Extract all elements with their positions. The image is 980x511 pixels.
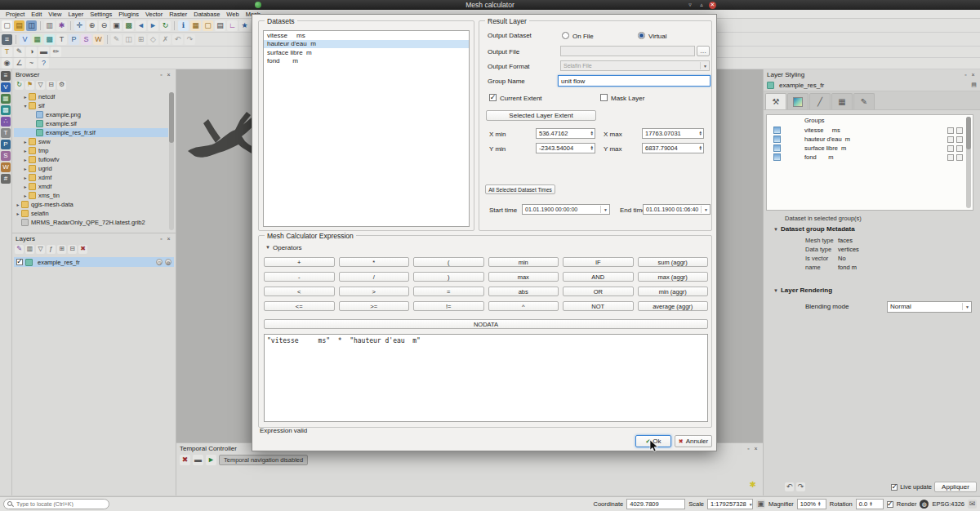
layer-labeling-icon[interactable]: ✎ [14,47,24,57]
operator-button[interactable]: sum (aggr) [638,257,709,267]
properties-icon[interactable]: ⚙ [57,81,66,90]
add-wms-layer-icon[interactable]: W [93,34,104,45]
xmin-spinbox[interactable]: 536.47162 ▲▼ [536,128,595,139]
vector-toggle-icon[interactable] [956,136,963,143]
filter-expression-icon[interactable]: ƒ [47,245,56,254]
label-toolbar-icon[interactable]: T [2,47,12,57]
annotation-icon[interactable]: ✏ [51,47,61,57]
snapping-icon[interactable]: ◉ [2,58,12,69]
datasource-manager-icon[interactable]: ≡ [2,34,12,45]
help-icon[interactable]: ? [38,58,49,69]
scalar-toggle-icon[interactable] [947,136,954,143]
toggle-editing-icon[interactable]: ✎ [111,34,122,45]
delete-selected-icon[interactable]: ✗ [160,34,171,45]
browser-item[interactable]: ▸qgis-mesh-data [14,200,168,209]
tree-expander-icon[interactable]: ▾ [22,103,29,109]
add-wms-icon[interactable]: W [1,162,11,172]
crs-globe-icon[interactable]: ◍ [920,500,929,509]
output-file-input[interactable] [560,46,695,56]
add-mesh-layer-icon[interactable]: ▩ [44,34,55,45]
render-checkbox[interactable] [887,501,893,508]
browser-item[interactable]: ▸sww [14,137,168,146]
operator-button[interactable]: average (aggr) [638,301,709,311]
close-panel-icon[interactable]: × [165,71,172,78]
coordinate-input[interactable]: 4029.7809 [626,499,685,509]
operator-button[interactable]: NOT [563,301,634,311]
zoom-in-icon[interactable]: ⊕ [87,20,97,31]
scrollbar-thumb[interactable] [169,92,174,143]
browser-item[interactable]: ▸netcdf [14,92,168,101]
on-file-radio[interactable] [562,32,569,39]
on-file-radio-label[interactable]: On File [572,33,594,40]
ymin-spinbox[interactable]: -2343.54004 ▲▼ [536,143,595,153]
operator-button[interactable]: <= [264,301,335,311]
operator-button[interactable]: min [488,257,559,267]
add-vector-layer-icon[interactable]: V [20,34,30,45]
collapse-all-icon[interactable]: ⊟ [47,81,56,90]
close-panel-icon[interactable]: × [165,235,172,242]
expand-widget-icon[interactable]: ▤ [970,82,978,89]
collapse-all-icon[interactable]: ⊟ [68,245,77,254]
refresh-browser-icon[interactable]: ↻ [15,81,24,90]
tree-expander-icon[interactable]: ▸ [22,94,29,100]
browser-scrollbar[interactable] [169,92,174,230]
open-layer-styling-icon[interactable]: ✎ [15,245,24,254]
current-extent-checkbox[interactable] [489,94,497,101]
dataset-group-row[interactable]: surface libre m [767,144,973,153]
operator-button[interactable]: != [413,301,484,311]
temporal-indicator-icon[interactable]: ◷ [156,259,163,265]
browser-item[interactable]: ▾slf [14,101,168,110]
float-panel-icon[interactable]: ▫ [962,71,969,78]
browser-item[interactable]: MRMS_RadarOnly_QPE_72H.latest.grib2 [14,218,168,227]
filter-browser-icon[interactable]: ▽ [36,81,45,90]
tree-expander-icon[interactable]: ▸ [15,202,21,207]
rotation-spinbox[interactable]: 0.0 ▲▼ [856,499,884,509]
xmax-spinbox[interactable]: 17763.07031 ▲▼ [642,128,704,139]
add-xyz-icon[interactable]: # [1,174,11,184]
zoom-next-icon[interactable]: ► [148,20,158,31]
menu-plugins[interactable]: Plugins [115,11,142,18]
menu-view[interactable]: View [45,11,65,18]
add-postgis-icon[interactable]: P [1,140,11,149]
expand-all-icon[interactable]: ⊞ [57,245,66,254]
save-project-icon[interactable]: ◫ [26,20,37,31]
browser-item[interactable]: ▸tmp [14,146,168,155]
deselect-features-icon[interactable]: ▢ [203,20,213,31]
operator-button[interactable]: + [264,257,335,267]
rendering-section-header[interactable]: ▼ Layer Rendering [773,287,832,294]
scalar-toggle-icon[interactable] [947,127,954,134]
dataset-group-row[interactable]: hauteur d'eau m [767,135,973,144]
style-manager-icon[interactable]: ✱ [56,20,67,31]
datasource-manager-icon[interactable]: ≡ [1,71,11,81]
mask-layer-checkbox[interactable] [600,94,608,101]
favorites-icon[interactable]: ⚑ [25,81,34,90]
dataset-item[interactable]: vitesse ms [264,31,469,40]
magnifier-spinbox[interactable]: 100% ▲▼ [797,499,826,509]
operator-button[interactable]: / [339,272,410,282]
groups-scrollbar[interactable] [966,117,971,208]
close-panel-icon[interactable]: × [752,445,760,452]
scalar-toggle-icon[interactable] [947,154,954,161]
dataset-group-row[interactable]: vitesse ms [767,126,973,135]
browser-item[interactable]: ▸xdmf [14,173,168,182]
pan-map-icon[interactable]: ✛ [74,20,85,31]
layer-visibility-checkbox[interactable] [16,259,23,265]
tree-expander-icon[interactable]: ▸ [22,139,29,144]
identify-features-icon[interactable]: ℹ [178,20,189,31]
output-format-select[interactable]: Selafin File ▼ [560,60,710,71]
close-panel-icon[interactable]: × [969,71,977,78]
current-extent-label[interactable]: Current Extent [500,95,542,102]
tab-1d-mesh[interactable]: ╱ [809,93,831,109]
window-menu-icon[interactable]: ▿ [686,1,694,9]
select-features-icon[interactable]: ▦ [190,20,201,31]
dataset-group-row[interactable]: fond m [767,153,973,162]
spin-arrows-icon[interactable]: ▲▼ [869,502,872,506]
menu-settings[interactable]: Settings [87,11,115,18]
operators-label[interactable]: Operators [273,244,302,251]
add-point-cloud-icon[interactable]: ∴ [1,117,11,127]
open-project-icon[interactable]: ▤ [14,20,24,31]
start-time-select[interactable]: 01.01.1900 00:00:00 ▼ [522,204,610,215]
float-panel-icon[interactable]: ▫ [745,445,752,452]
messages-icon[interactable]: ✉ [968,500,977,509]
browser-item[interactable]: ▸tuflowfv [14,155,168,164]
